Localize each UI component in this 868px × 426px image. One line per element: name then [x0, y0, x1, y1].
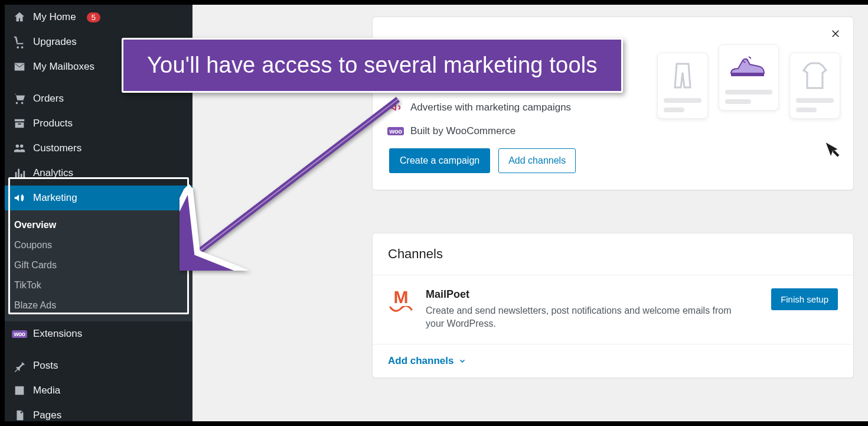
sidebar-item-pages[interactable]: Pages	[5, 403, 192, 426]
promo-illustration	[657, 53, 840, 159]
chevron-down-icon	[458, 357, 466, 365]
submenu-item-blaze-ads[interactable]: Blaze Ads	[5, 295, 192, 316]
sidebar-item-marketing[interactable]: Marketing	[5, 186, 192, 210]
submenu-item-gift-cards[interactable]: Gift Cards	[5, 255, 192, 275]
cart-icon	[13, 92, 26, 105]
feature-text: Advertise with marketing campaigns	[410, 102, 571, 113]
sidebar-item-extensions[interactable]: woo Extensions	[5, 321, 192, 346]
notification-badge: 5	[87, 12, 100, 22]
tutorial-arrow	[180, 93, 404, 271]
megaphone-icon	[13, 191, 26, 204]
sidebar-item-posts[interactable]: Posts	[5, 353, 192, 378]
cursor-icon	[823, 140, 843, 160]
home-icon	[13, 11, 26, 24]
cart-icon	[13, 35, 26, 48]
sidebar-item-label: My Home	[33, 11, 76, 23]
finish-setup-button[interactable]: Finish setup	[771, 288, 838, 310]
illus-product-shirt	[789, 53, 840, 119]
channels-card: Channels M MailPoet Create and send news…	[372, 233, 854, 378]
sidebar-item-label: Orders	[33, 93, 64, 105]
sidebar-item-label: Products	[33, 118, 73, 129]
submenu-item-coupons[interactable]: Coupons	[5, 235, 192, 255]
submenu-item-tiktok[interactable]: TikTok	[5, 275, 192, 295]
pin-icon	[13, 359, 26, 372]
create-campaign-button[interactable]: Create a campaign	[389, 148, 490, 173]
sidebar-item-label: Analytics	[33, 167, 73, 179]
sidebar-item-customers[interactable]: Customers	[5, 136, 192, 161]
submenu-item-overview[interactable]: Overview	[5, 215, 192, 235]
svg-rect-0	[731, 73, 764, 76]
sidebar-item-label: Customers	[33, 142, 81, 154]
sidebar-item-label: Extensions	[33, 328, 82, 340]
mailpoet-logo: M	[388, 288, 414, 312]
add-channels-link[interactable]: Add channels	[388, 355, 466, 367]
close-button[interactable]	[827, 25, 844, 42]
sidebar-item-label: Posts	[33, 360, 58, 372]
sidebar-item-my-home[interactable]: My Home 5	[5, 5, 192, 30]
sidebar-item-label: Upgrades	[33, 36, 77, 48]
channel-row-mailpoet: M MailPoet Create and send newsletters, …	[373, 275, 853, 344]
channels-heading: Channels	[373, 233, 853, 275]
sidebar-item-media[interactable]: Media	[5, 378, 192, 403]
illus-product-pants	[657, 53, 708, 119]
illus-product-shoe	[719, 44, 778, 110]
marketing-submenu: Overview Coupons Gift Cards TikTok Blaze…	[5, 210, 192, 321]
woo-icon: woo	[13, 327, 26, 340]
sidebar-item-label: My Mailboxes	[33, 61, 94, 73]
media-icon	[13, 384, 26, 397]
sidebar-item-analytics[interactable]: Analytics	[5, 161, 192, 186]
channel-title: MailPoet	[426, 288, 759, 301]
archive-icon	[13, 117, 26, 130]
channel-description: Create and send newsletters, post notifi…	[426, 304, 745, 331]
mail-icon	[13, 60, 26, 73]
app-frame: My Home 5 Upgrades My Mailboxes Orders	[5, 5, 863, 421]
sidebar-item-label: Media	[33, 385, 60, 396]
users-icon	[13, 142, 26, 155]
pages-icon	[13, 409, 26, 422]
sidebar-item-products[interactable]: Products	[5, 111, 192, 136]
feature-text: Built by WooCommerce	[410, 125, 515, 137]
chart-icon	[13, 167, 26, 180]
sidebar-item-label: Pages	[33, 409, 61, 421]
tutorial-callout: You'll have access to several marketing …	[122, 38, 623, 93]
sidebar-item-label: Marketing	[33, 192, 77, 204]
add-channels-button[interactable]: Add channels	[498, 148, 576, 173]
